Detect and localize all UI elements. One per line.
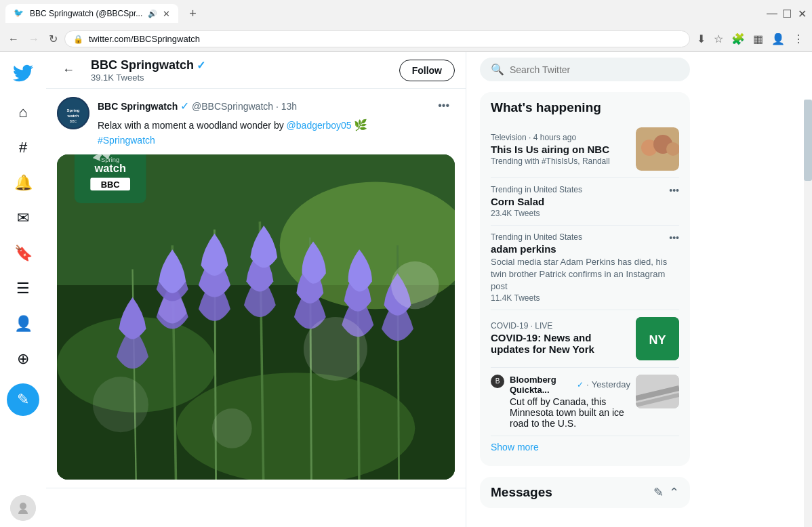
tweet-time: · [276, 101, 281, 112]
trending-item-this-is-us[interactable]: Television · 4 hours ago This Is Us airi… [491, 121, 679, 178]
tweet-avatar[interactable]: Spring watch BBC [57, 97, 89, 129]
trending-topic: This Is Us airing on NBC [491, 144, 628, 155]
svg-text:NY: NY [649, 333, 666, 347]
search-input[interactable] [510, 64, 679, 75]
back-nav-button[interactable]: ← [5, 30, 22, 48]
tweet-mention[interactable]: @badgerboy05 [287, 120, 352, 131]
tweet-item: Spring watch BBC BBC Springwatch ✓ @BBCS… [46, 89, 466, 488]
svg-point-3 [58, 98, 88, 128]
covid-image: NY [636, 317, 679, 360]
close-button[interactable]: ✕ [797, 9, 807, 18]
tab-favicon: 🐦 [14, 8, 24, 19]
trending-context: Trending in United States [491, 185, 582, 194]
scrollbar-thumb[interactable] [804, 100, 812, 181]
sidebar: ⌂ # 🔔 ✉ 🔖 ☰ 👤 ⊕ ✎ [0, 52, 46, 527]
media-icon[interactable]: ▦ [750, 30, 766, 48]
svg-text:watch: watch [94, 162, 126, 174]
profile-name-text: BBC Springwatch [91, 58, 194, 72]
window-controls: — ☐ ✕ [767, 9, 807, 18]
svg-text:watch: watch [66, 114, 79, 118]
search-icon: 🔍 [491, 63, 504, 76]
tweet-hashtag[interactable]: #Springwatch [98, 135, 155, 146]
back-button[interactable]: ← [57, 58, 80, 83]
messages-header: Messages ✎ ⌃ [491, 485, 679, 500]
profile-header: ← BBC Springwatch ✓ 39.1K Tweets Follow [46, 52, 466, 89]
svg-point-22 [212, 408, 252, 448]
profile-stats: 39.1K Tweets [91, 72, 388, 83]
right-sidebar: 🔍 What's happening Television · 4 hours … [466, 52, 704, 527]
trending-context: Television · 4 hours ago [491, 133, 628, 142]
trending-item-covid[interactable]: COVID-19 · LIVE COVID-19: News and updat… [491, 310, 679, 368]
new-tab-button[interactable]: + [184, 5, 202, 22]
svg-text:BBC: BBC [101, 180, 120, 190]
extensions-icon[interactable]: 🧩 [729, 30, 748, 48]
search-box[interactable]: 🔍 [480, 58, 690, 81]
trending-item-more-btn[interactable]: ••• [669, 232, 679, 243]
trending-topic: adam perkins [491, 243, 669, 255]
tab-audio-icon: 🔊 [148, 9, 157, 18]
follow-button[interactable]: Follow [399, 60, 455, 81]
compose-button[interactable]: ✎ [7, 383, 39, 416]
bloomberg-avatar: B [491, 375, 504, 388]
trending-item-content: Trending in United States Corn Salad 23.… [491, 185, 582, 218]
bookmark-star-icon[interactable]: ☆ [711, 30, 726, 48]
svg-point-19 [304, 317, 367, 381]
trending-item-corn-salad[interactable]: Trending in United States Corn Salad 23.… [491, 178, 679, 226]
trending-count: 23.4K Tweets [491, 209, 582, 218]
forward-nav-button[interactable]: → [26, 30, 42, 48]
tweet-handle: @BBCSpringwatch [192, 101, 273, 112]
trending-item-adam-perkins[interactable]: Trending in United States adam perkins S… [491, 226, 679, 310]
messages-actions: ✎ ⌃ [653, 485, 679, 500]
sidebar-item-explore[interactable]: # [7, 131, 39, 164]
tab-close-btn[interactable]: ✕ [163, 9, 170, 19]
bloomberg-text: Cut off by Canada, this Minnesota town b… [510, 396, 630, 429]
trending-card: What's happening Television · 4 hours ag… [480, 92, 690, 466]
svg-text:BBC: BBC [70, 119, 77, 123]
toolbar-actions: ⬇ ☆ 🧩 ▦ 👤 ⋮ [694, 30, 807, 48]
show-more-button[interactable]: Show more [491, 436, 539, 458]
svg-point-20 [391, 261, 439, 309]
minimize-button[interactable]: — [767, 9, 777, 18]
sidebar-item-lists[interactable]: ☰ [7, 272, 39, 305]
trending-item-content: COVID-19 · LIVE COVID-19: News and updat… [491, 321, 628, 356]
menu-icon[interactable]: ⋮ [790, 30, 807, 48]
sidebar-item-more[interactable]: ⊕ [7, 343, 39, 375]
sidebar-item-profile[interactable]: 👤 [7, 308, 39, 340]
profile-icon[interactable]: 👤 [769, 30, 788, 48]
profile-info: BBC Springwatch ✓ 39.1K Tweets [91, 58, 388, 83]
tweet-more-button[interactable]: ••• [432, 97, 455, 114]
address-bar[interactable]: 🔒 twitter.com/BBCSpringwatch [64, 30, 690, 47]
sidebar-item-bookmarks[interactable]: 🔖 [7, 237, 39, 270]
svg-text:Spring: Spring [67, 108, 80, 112]
sidebar-item-home[interactable]: ⌂ [7, 96, 39, 129]
sidebar-item-messages[interactable]: ✉ [7, 202, 39, 234]
download-icon[interactable]: ⬇ [694, 30, 708, 48]
tweet-author-info: BBC Springwatch ✓ @BBCSpringwatch · 13h [98, 100, 297, 112]
tweet-emoji: 🌿 [354, 119, 367, 131]
messages-title: Messages [491, 485, 552, 500]
tweet-header: Spring watch BBC BBC Springwatch ✓ @BBCS… [57, 97, 455, 148]
messages-compose-button[interactable]: ✎ [653, 485, 664, 500]
bloomberg-header: Bloomberg Quickta... ✓ · Yesterday [510, 375, 630, 395]
scrollbar[interactable] [804, 100, 812, 527]
maximize-button[interactable]: ☐ [782, 9, 792, 18]
tweet-meta: BBC Springwatch ✓ @BBCSpringwatch · 13h … [98, 97, 455, 148]
trending-context: COVID-19 · LIVE [491, 321, 628, 331]
trending-title: What's happening [491, 100, 679, 115]
sidebar-item-notifications[interactable]: 🔔 [7, 167, 39, 199]
bloomberg-content: Bloomberg Quickta... ✓ · Yesterday Cut o… [510, 375, 630, 429]
twitter-logo[interactable] [7, 58, 39, 91]
messages-collapse-button[interactable]: ⌃ [669, 485, 679, 500]
trending-description: Social media star Adam Perkins has died,… [491, 256, 669, 293]
browser-tab[interactable]: 🐦 BBC Springwatch (@BBCSpr... 🔊 ✕ [5, 4, 178, 23]
bloomberg-name: Bloomberg Quickta... [510, 375, 574, 395]
sidebar-user-avatar[interactable] [10, 495, 36, 521]
trending-item-more-btn[interactable]: ••• [669, 185, 679, 196]
browser-titlebar: 🐦 BBC Springwatch (@BBCSpr... 🔊 ✕ + — ☐ … [0, 0, 812, 27]
bloomberg-item[interactable]: B Bloomberg Quickta... ✓ · Yesterday Cut… [491, 368, 679, 436]
refresh-button[interactable]: ↻ [46, 30, 60, 48]
tweet-image[interactable]: Spring watch BBC [57, 154, 455, 480]
trending-count: 11.4K Tweets [491, 293, 669, 303]
trending-item-content: Television · 4 hours ago This Is Us airi… [491, 133, 628, 166]
tweet-name-row: BBC Springwatch ✓ @BBCSpringwatch · 13h … [98, 97, 455, 114]
